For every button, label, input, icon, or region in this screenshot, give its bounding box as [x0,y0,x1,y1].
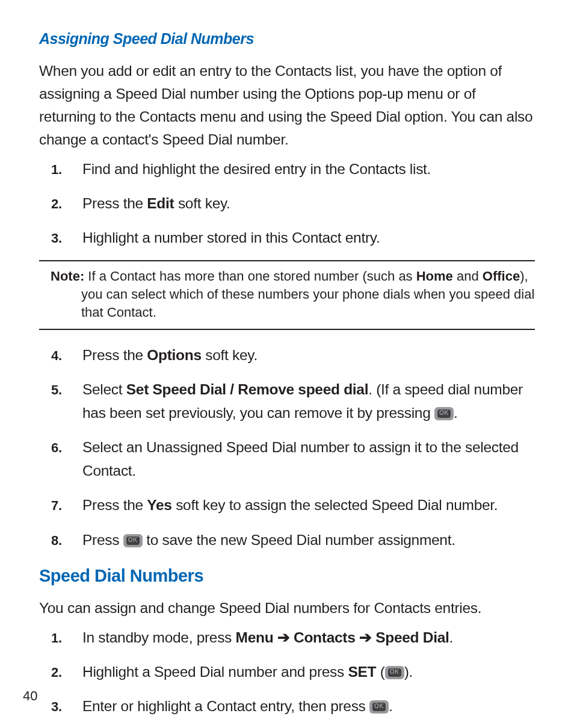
step-text: Press the Options soft key. [82,343,535,367]
ok-button-icon [434,407,454,420]
step-number: 1. [51,627,82,649]
step-text: Select an Unassigned Speed Dial number t… [82,435,535,482]
step-number: 2. [51,662,82,683]
page-number: 40 [23,688,37,704]
ok-button-icon [385,666,404,679]
step-2: 2. Press the Edit soft key. [51,191,535,215]
note-box: Note: If a Contact has more than one sto… [39,260,535,329]
step-text: Find and highlight the desired entry in … [82,157,535,181]
intro-paragraph-2: You can assign and change Speed Dial num… [39,597,535,620]
step-text: Highlight a Speed Dial number and press … [82,660,535,683]
step-text: Press the Yes soft key to assign the sel… [82,493,535,517]
step-text: Select Set Speed Dial / Remove speed dia… [82,378,535,425]
step-4: 4. Press the Options soft key. [51,343,535,367]
step-number: 6. [51,437,82,458]
steps-list-2: 1. In standby mode, press Menu ➔ Contact… [51,626,535,728]
step-text: Press the Edit soft key. [82,191,535,215]
step-text: Press to save the new Speed Dial number … [82,528,535,552]
step-3: 3. Highlight a number stored in this Con… [51,226,535,249]
step-number: 8. [51,530,82,551]
step-number: 7. [51,495,82,516]
note-text: If a Contact has more than one stored nu… [81,269,534,319]
ok-button-icon [369,700,389,714]
step-number: 3. [51,696,82,717]
step-text: Enter or highlight a Contact entry, then… [82,694,535,718]
step-1: 1. Find and highlight the desired entry … [51,157,535,181]
step-8: 8. Press to save the new Speed Dial numb… [51,528,535,552]
step-2: 2. Highlight a Speed Dial number and pre… [51,660,535,683]
steps-list-1b: 4. Press the Options soft key. 5. Select… [51,343,535,552]
step-7: 7. Press the Yes soft key to assign the … [51,493,535,517]
step-text: Highlight a number stored in this Contac… [82,226,535,249]
intro-paragraph-1: When you add or edit an entry to the Con… [39,60,535,151]
step-1: 1. In standby mode, press Menu ➔ Contact… [51,626,535,649]
step-number: 3. [51,228,82,249]
step-number: 5. [51,379,82,400]
step-number: 1. [51,159,82,180]
step-number: 4. [51,345,82,366]
heading-assigning-speed-dial: Assigning Speed Dial Numbers [39,30,535,48]
note-label: Note: [51,269,84,284]
step-6: 6. Select an Unassigned Speed Dial numbe… [51,435,535,482]
steps-list-1: 1. Find and highlight the desired entry … [51,157,535,250]
step-3: 3. Enter or highlight a Contact entry, t… [51,694,535,718]
step-5: 5. Select Set Speed Dial / Remove speed … [51,378,535,425]
step-number: 2. [51,193,82,214]
step-text: In standby mode, press Menu ➔ Contacts ➔… [82,626,535,649]
ok-button-icon [123,534,143,547]
heading-speed-dial-numbers: Speed Dial Numbers [39,566,535,586]
